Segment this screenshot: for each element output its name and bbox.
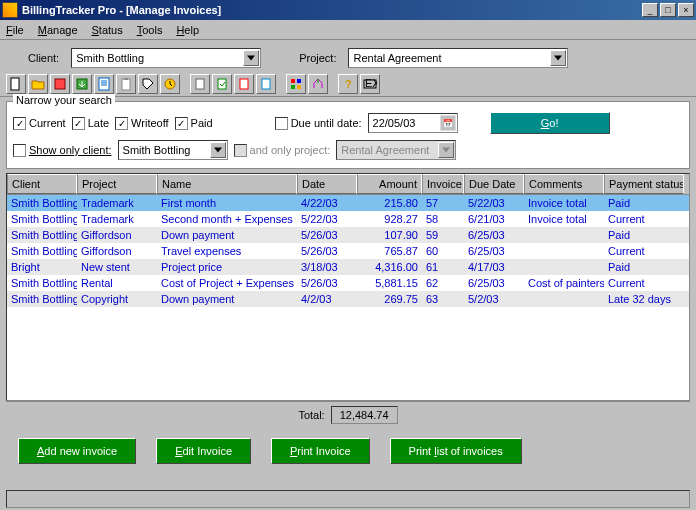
- col-status[interactable]: Payment status: [604, 174, 684, 194]
- table-row[interactable]: Smith BottlingGiffordsonTravel expenses5…: [7, 243, 689, 259]
- chevron-down-icon: [550, 50, 566, 66]
- tool-import2-icon[interactable]: [72, 74, 92, 94]
- cell-project: Trademark: [77, 195, 157, 211]
- menu-help[interactable]: Help: [176, 24, 199, 36]
- col-name[interactable]: Name: [157, 174, 297, 194]
- cell-due: 5/22/03: [464, 195, 524, 211]
- col-amount[interactable]: Amount: [357, 174, 422, 194]
- col-date[interactable]: Date: [297, 174, 357, 194]
- window-controls: _ □ ×: [642, 3, 694, 17]
- cell-invoice: 63: [422, 291, 464, 307]
- chk-show-only-client[interactable]: Show only client:: [13, 144, 112, 157]
- chk-writeoff[interactable]: ✓Writeoff: [115, 117, 169, 130]
- app-icon: [2, 2, 18, 18]
- chk-and-only-project: and only project:: [234, 144, 331, 157]
- minimize-button[interactable]: _: [642, 3, 658, 17]
- tool-grid-icon[interactable]: [286, 74, 306, 94]
- col-invoice[interactable]: Invoice: [422, 174, 464, 194]
- close-button[interactable]: ×: [678, 3, 694, 17]
- chk-due-until[interactable]: Due until date:: [275, 117, 362, 130]
- menu-status[interactable]: Status: [92, 24, 123, 36]
- chk-current[interactable]: ✓Current: [13, 117, 66, 130]
- svg-rect-13: [291, 85, 295, 89]
- tool-wand-icon[interactable]: [308, 74, 328, 94]
- tool-tag-icon[interactable]: [138, 74, 158, 94]
- cell-project: Trademark: [77, 211, 157, 227]
- cell-comments: [524, 227, 604, 243]
- cell-invoice: 60: [422, 243, 464, 259]
- chk-late[interactable]: ✓Late: [72, 117, 109, 130]
- svg-rect-14: [297, 85, 301, 89]
- col-project[interactable]: Project: [77, 174, 157, 194]
- table-row[interactable]: Smith BottlingTrademarkFirst month4/22/0…: [7, 195, 689, 211]
- cell-due: 6/25/03: [464, 275, 524, 291]
- add-invoice-button[interactable]: Add new invoice: [18, 438, 136, 464]
- svg-rect-8: [218, 79, 226, 89]
- narrow-search-fieldset: Narrow your search ✓Current ✓Late ✓Write…: [6, 101, 690, 169]
- maximize-button[interactable]: □: [660, 3, 676, 17]
- cell-status: Current: [604, 243, 684, 259]
- tool-exit-icon[interactable]: EXIT: [360, 74, 380, 94]
- project-value: Rental Agreement: [353, 52, 441, 64]
- cell-status: Current: [604, 275, 684, 291]
- svg-rect-0: [11, 78, 19, 90]
- tool-new-icon[interactable]: [6, 74, 26, 94]
- cell-due: 6/25/03: [464, 243, 524, 259]
- project-combo[interactable]: Rental Agreement: [348, 48, 568, 68]
- col-client[interactable]: Client: [7, 174, 77, 194]
- tool-paste2-icon[interactable]: [212, 74, 232, 94]
- cell-amount: 5,881.15: [357, 275, 422, 291]
- cell-comments: [524, 291, 604, 307]
- tool-import-icon[interactable]: [50, 74, 70, 94]
- svg-rect-10: [262, 79, 270, 89]
- cell-date: 5/26/03: [297, 243, 357, 259]
- cell-amount: 107.90: [357, 227, 422, 243]
- go-label: o!: [549, 117, 558, 129]
- cell-amount: 269.75: [357, 291, 422, 307]
- client-value: Smith Bottling: [76, 52, 144, 64]
- menu-tools[interactable]: Tools: [137, 24, 163, 36]
- col-duedate[interactable]: Due Date: [464, 174, 524, 194]
- tool-paste1-icon[interactable]: [190, 74, 210, 94]
- table-row[interactable]: Smith BottlingGiffordsonDown payment5/26…: [7, 227, 689, 243]
- tool-help-icon[interactable]: ?: [338, 74, 358, 94]
- tool-paste4-icon[interactable]: [256, 74, 276, 94]
- table-row[interactable]: Smith BottlingTrademarkSecond month + Ex…: [7, 211, 689, 227]
- show-client-combo[interactable]: Smith Bottling: [118, 140, 228, 160]
- col-comments[interactable]: Comments: [524, 174, 604, 194]
- due-date-input[interactable]: 22/05/03📅: [368, 113, 458, 133]
- tool-note-icon[interactable]: [94, 74, 114, 94]
- cell-client: Smith Bottling: [7, 275, 77, 291]
- table-row[interactable]: Smith BottlingCopyrightDown payment4/2/0…: [7, 291, 689, 307]
- cell-client: Bright: [7, 259, 77, 275]
- go-button[interactable]: Go!: [490, 112, 610, 134]
- print-invoice-button[interactable]: Print Invoice: [271, 438, 370, 464]
- calendar-icon[interactable]: 📅: [440, 115, 456, 131]
- tool-paste3-icon[interactable]: [234, 74, 254, 94]
- client-combo[interactable]: Smith Bottling: [71, 48, 261, 68]
- cell-project: Giffordson: [77, 227, 157, 243]
- cell-amount: 928.27: [357, 211, 422, 227]
- table-row[interactable]: BrightNew stentProject price3/18/034,316…: [7, 259, 689, 275]
- cell-amount: 215.80: [357, 195, 422, 211]
- cell-status: Paid: [604, 259, 684, 275]
- total-row: Total: 12,484.74: [6, 401, 690, 428]
- cell-client: Smith Bottling: [7, 243, 77, 259]
- cell-status: Paid: [604, 195, 684, 211]
- cell-name: Cost of Project + Expenses: [157, 275, 297, 291]
- print-list-button[interactable]: Print list of invoices: [390, 438, 522, 464]
- table-row[interactable]: Smith BottlingRentalCost of Project + Ex…: [7, 275, 689, 291]
- tool-clipboard-icon[interactable]: [116, 74, 136, 94]
- tool-clock-icon[interactable]: [160, 74, 180, 94]
- svg-rect-9: [240, 79, 248, 89]
- edit-invoice-button[interactable]: Edit Invoice: [156, 438, 251, 464]
- chk-paid[interactable]: ✓Paid: [175, 117, 213, 130]
- cell-invoice: 58: [422, 211, 464, 227]
- menu-manage[interactable]: Manage: [38, 24, 78, 36]
- tool-folder-icon[interactable]: [28, 74, 48, 94]
- menu-file[interactable]: File: [6, 24, 24, 36]
- cell-comments: [524, 259, 604, 275]
- project-label: Project:: [299, 52, 336, 64]
- cell-client: Smith Bottling: [7, 227, 77, 243]
- chevron-down-icon: [438, 142, 454, 158]
